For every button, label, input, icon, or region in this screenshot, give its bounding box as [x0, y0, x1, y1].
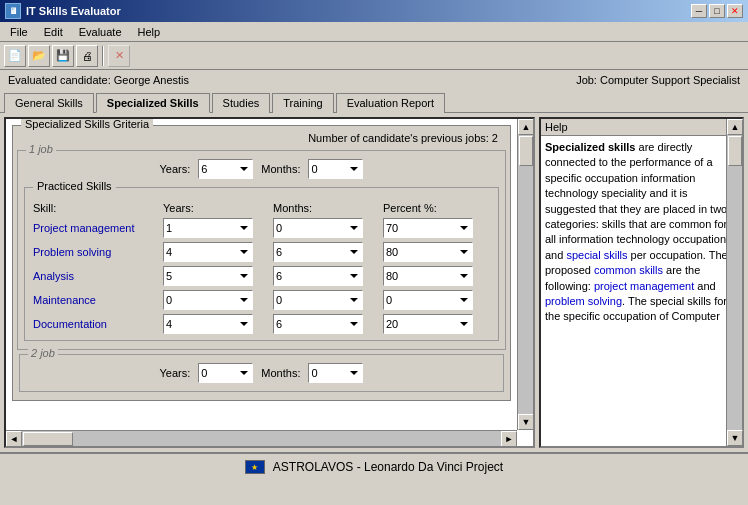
scroll-thumb[interactable] [519, 136, 533, 166]
job2-years-label: Years: [160, 367, 191, 379]
skill-3-years[interactable]: 012345 [163, 290, 253, 310]
col-header-months: Months: [273, 202, 383, 214]
skill-name-4[interactable]: Documentation [33, 318, 163, 330]
help-link-special-skills[interactable]: special skills [566, 249, 627, 261]
open-button[interactable]: 📂 [28, 45, 50, 67]
job1-months-label: Months: [261, 163, 300, 175]
help-scroll-thumb[interactable] [728, 136, 742, 166]
tab-studies[interactable]: Studies [212, 93, 271, 113]
skill-2-percent[interactable]: 8001020304050607090100 [383, 266, 473, 286]
toolbar-separator [102, 46, 104, 66]
skill-4-years[interactable]: 401235 [163, 314, 253, 334]
skill-row-3: Maintenance 012345 0123456 0102030405060… [29, 288, 494, 312]
minimize-button[interactable]: ─ [691, 4, 707, 18]
save-button[interactable]: 💾 [52, 45, 74, 67]
help-text-4: and [694, 280, 715, 292]
skill-1-months[interactable]: 6012345 [273, 242, 363, 262]
col-header-skill: Skill: [33, 202, 163, 214]
scroll-down-button[interactable]: ▼ [518, 414, 534, 430]
help-scroll-up[interactable]: ▲ [727, 119, 743, 135]
skill-1-years[interactable]: 401235 [163, 242, 253, 262]
title-bar: 🖥 IT Skills Evaluator ─ □ ✕ [0, 0, 748, 22]
skill-name-0[interactable]: Project management [33, 222, 163, 234]
skill-4-percent[interactable]: 2001030405060708090100 [383, 314, 473, 334]
menu-file[interactable]: File [2, 24, 36, 40]
help-link-problem-solving[interactable]: problem solving [545, 295, 622, 307]
scroll-left-button[interactable]: ◄ [6, 431, 22, 447]
tab-training[interactable]: Training [272, 93, 333, 113]
skill-row-1: Problem solving 401235 6012345 800102030… [29, 240, 494, 264]
scroll-right-button[interactable]: ► [501, 431, 517, 447]
job2-months-label: Months: [261, 367, 300, 379]
col-header-years: Years: [163, 202, 273, 214]
toolbar: 📄 📂 💾 🖨 ✕ [0, 42, 748, 70]
menu-help[interactable]: Help [130, 24, 169, 40]
job1-months-select[interactable]: 0123456 [308, 159, 363, 179]
skill-3-months[interactable]: 0123456 [273, 290, 363, 310]
skill-name-2[interactable]: Analysis [33, 270, 163, 282]
delete-button[interactable]: ✕ [108, 45, 130, 67]
menu-bar: File Edit Evaluate Help [0, 22, 748, 42]
skill-name-3[interactable]: Maintenance [33, 294, 163, 306]
tab-evaluation-report[interactable]: Evaluation Report [336, 93, 445, 113]
scrollbar-vertical[interactable]: ▲ ▼ [517, 119, 533, 430]
job2-months-select[interactable]: 0123456 [308, 363, 363, 383]
skill-0-percent[interactable]: 7001020304050608090100 [383, 218, 473, 238]
skill-0-months[interactable]: 0123456 [273, 218, 363, 238]
candidate-count: Number of candidate's previous jobs: 2 [17, 130, 506, 148]
tabs-bar: General Skills Specialized Skills Studie… [0, 90, 748, 112]
info-bar: Evaluated candidate: George Anestis Job:… [0, 70, 748, 90]
app-icon: 🖥 [5, 3, 21, 19]
job2-years-select[interactable]: 0123 [198, 363, 253, 383]
skill-row-0: Project management 102345 0123456 700102… [29, 216, 494, 240]
job1-years-label: Years: [160, 163, 191, 175]
skill-2-months[interactable]: 6012345 [273, 266, 363, 286]
help-content: Specialized skills are directly connecte… [541, 136, 742, 443]
footer-text: ASTROLAVOS - Leonardo Da Vinci Project [273, 460, 503, 474]
tab-general-skills[interactable]: General Skills [4, 93, 94, 113]
help-text-1: Specialized skills are directly connecte… [545, 141, 727, 261]
new-button[interactable]: 📄 [4, 45, 26, 67]
job1-label: 1 job [26, 143, 56, 155]
left-panel: Specialized Skills Griteria Number of ca… [4, 117, 535, 448]
app-title: IT Skills Evaluator [26, 5, 121, 17]
skill-row-4: Documentation 401235 6012345 20010304050… [29, 312, 494, 336]
help-scrollbar[interactable]: ▲ ▼ [726, 119, 742, 446]
group-title: Specialized Skills Griteria [21, 119, 153, 130]
job-info: Job: Computer Support Specialist [576, 74, 740, 86]
skill-name-1[interactable]: Problem solving [33, 246, 163, 258]
col-header-percent: Percent %: [383, 202, 493, 214]
job1-years-select[interactable]: 60123457 [198, 159, 253, 179]
practiced-skills-title: Practiced Skills [33, 180, 116, 192]
footer: ★ ASTROLAVOS - Leonardo Da Vinci Project [0, 452, 748, 480]
skill-2-years[interactable]: 501234 [163, 266, 253, 286]
close-button[interactable]: ✕ [727, 4, 743, 18]
skill-3-percent[interactable]: 0102030405060708090100 [383, 290, 473, 310]
help-link-project-management[interactable]: project management [594, 280, 694, 292]
skill-0-years[interactable]: 102345 [163, 218, 253, 238]
help-header: Help [541, 119, 742, 136]
help-panel: Help Specialized skills are directly con… [539, 117, 744, 448]
help-link-common-skills[interactable]: common skills [594, 264, 663, 276]
tab-specialized-skills[interactable]: Specialized Skills [96, 93, 210, 113]
job2-label: 2 job [28, 347, 58, 359]
skill-row-2: Analysis 501234 6012345 8001020304050607… [29, 264, 494, 288]
scrollbar-horizontal[interactable]: ◄ ► [6, 430, 517, 446]
scroll-up-button[interactable]: ▲ [518, 119, 534, 135]
candidate-info: Evaluated candidate: George Anestis [8, 74, 189, 86]
skill-1-percent[interactable]: 8001020304050607090100 [383, 242, 473, 262]
print-button[interactable]: 🖨 [76, 45, 98, 67]
help-scroll-down[interactable]: ▼ [727, 430, 743, 446]
eu-flag-icon: ★ [245, 460, 265, 474]
menu-edit[interactable]: Edit [36, 24, 71, 40]
skill-4-months[interactable]: 6012345 [273, 314, 363, 334]
maximize-button[interactable]: □ [709, 4, 725, 18]
menu-evaluate[interactable]: Evaluate [71, 24, 130, 40]
hscroll-thumb[interactable] [23, 432, 73, 446]
